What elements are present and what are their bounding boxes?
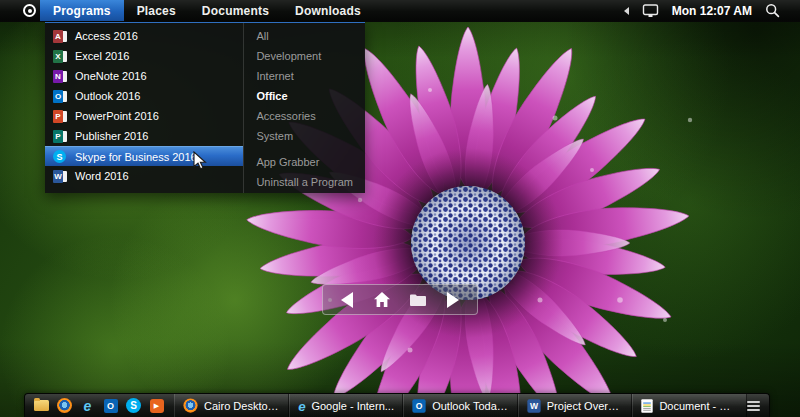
- forward-icon: [447, 292, 459, 308]
- publisher-icon: P: [53, 130, 67, 143]
- menu-item-word-2016[interactable]: W Word 2016: [45, 166, 243, 186]
- taskbar: e O S ▶ Cairo Desktop... e Google - Inte…: [24, 393, 770, 417]
- back-icon: [341, 292, 353, 308]
- task-button-label: Outlook Today...: [432, 400, 509, 412]
- category-actions: App Grabber Uninstall a Program: [244, 152, 365, 192]
- taskbar-overflow-icon[interactable]: [747, 401, 760, 411]
- firefox-icon: [183, 398, 197, 412]
- folder-icon: [409, 293, 427, 307]
- taskbar-button-document-wordpad[interactable]: Document - W...: [632, 394, 747, 417]
- menu-item-publisher-2016[interactable]: P Publisher 2016: [45, 126, 243, 146]
- taskbar-button-cairo-desktop[interactable]: Cairo Desktop...: [174, 394, 289, 417]
- search-icon[interactable]: [765, 3, 780, 18]
- menu-downloads[interactable]: Downloads: [282, 0, 374, 21]
- app-label: Skype for Business 2016: [75, 151, 197, 163]
- task-button-label: Google - Intern...: [311, 400, 394, 412]
- menu-programs[interactable]: Programs: [40, 0, 124, 21]
- word-icon: W: [53, 170, 67, 183]
- clock[interactable]: Mon 12:07 AM: [672, 4, 752, 18]
- file-explorer-icon[interactable]: [34, 398, 49, 413]
- menu-item-access-2016[interactable]: A Access 2016: [45, 26, 243, 46]
- display-icon[interactable]: [642, 4, 659, 18]
- forward-button[interactable]: [441, 288, 465, 312]
- excel-icon: X: [53, 50, 67, 63]
- access-icon: A: [53, 30, 67, 43]
- top-menu-bar: Programs Places Documents Downloads Mon …: [0, 0, 800, 22]
- programs-category-list: All Development Internet Office Accessor…: [244, 23, 365, 193]
- outlook-icon: O: [413, 399, 426, 412]
- quick-launch-area: e O S ▶: [25, 394, 174, 417]
- menu-item-app-grabber[interactable]: App Grabber: [244, 152, 365, 172]
- category-development[interactable]: Development: [244, 46, 365, 66]
- category-system[interactable]: System: [244, 126, 365, 146]
- category-office[interactable]: Office: [244, 86, 365, 106]
- menu-item-excel-2016[interactable]: X Excel 2016: [45, 46, 243, 66]
- folder-button[interactable]: [406, 288, 430, 312]
- menu-item-onenote-2016[interactable]: N OneNote 2016: [45, 66, 243, 86]
- menu-places[interactable]: Places: [124, 0, 189, 21]
- programs-app-list: A Access 2016 X Excel 2016 N OneNote 201…: [45, 23, 244, 193]
- home-icon: [373, 291, 391, 308]
- topbar-right-area: Mon 12:07 AM: [624, 3, 800, 18]
- cairo-logo-icon[interactable]: [23, 4, 36, 17]
- desktop-nav-toolbar: [322, 284, 478, 315]
- app-label: OneNote 2016: [75, 70, 147, 82]
- collapse-arrow-icon[interactable]: [624, 7, 629, 15]
- outlook-icon[interactable]: O: [103, 398, 118, 413]
- menu-documents[interactable]: Documents: [189, 0, 282, 21]
- outlook-icon: O: [53, 90, 67, 103]
- desktop[interactable]: Programs Places Documents Downloads Mon …: [0, 0, 800, 417]
- cairo-logo-dot: [28, 9, 32, 13]
- task-button-label: Cairo Desktop...: [204, 400, 280, 412]
- taskbar-button-project-overview[interactable]: W Project Overvie...: [518, 394, 633, 417]
- app-label: Outlook 2016: [75, 90, 140, 102]
- menu-bar: Programs Places Documents Downloads: [40, 0, 374, 21]
- mouse-cursor: [192, 151, 210, 171]
- internet-explorer-icon[interactable]: e: [80, 398, 95, 413]
- menu-item-outlook-2016[interactable]: O Outlook 2016: [45, 86, 243, 106]
- menu-item-skype-for-business-2016[interactable]: S Skype for Business 2016: [45, 146, 243, 166]
- firefox-icon[interactable]: [57, 398, 72, 413]
- category-all[interactable]: All: [244, 26, 365, 46]
- powerpoint-icon: P: [53, 110, 67, 123]
- app-label: PowerPoint 2016: [75, 110, 159, 122]
- internet-explorer-icon: e: [298, 399, 305, 412]
- back-button[interactable]: [335, 288, 359, 312]
- word-icon: W: [527, 399, 540, 412]
- home-button[interactable]: [370, 288, 394, 312]
- wordpad-icon: [642, 399, 653, 412]
- menu-item-uninstall-a-program[interactable]: Uninstall a Program: [244, 172, 365, 192]
- taskbar-button-google-internet-explorer[interactable]: e Google - Intern...: [289, 394, 404, 417]
- onenote-icon: N: [53, 70, 67, 83]
- task-button-label: Project Overvie...: [547, 400, 624, 412]
- task-button-label: Document - W...: [659, 400, 738, 412]
- category-internet[interactable]: Internet: [244, 66, 365, 86]
- skype-icon: S: [53, 150, 67, 163]
- app-label: Excel 2016: [75, 50, 129, 62]
- app-label: Word 2016: [75, 170, 129, 182]
- menu-item-powerpoint-2016[interactable]: P PowerPoint 2016: [45, 106, 243, 126]
- app-label: Access 2016: [75, 30, 138, 42]
- app-label: Publisher 2016: [75, 130, 148, 142]
- category-accessories[interactable]: Accessories: [244, 106, 365, 126]
- skype-icon[interactable]: S: [126, 398, 141, 413]
- media-player-icon[interactable]: ▶: [149, 398, 164, 413]
- taskbar-button-outlook-today[interactable]: O Outlook Today...: [403, 394, 518, 417]
